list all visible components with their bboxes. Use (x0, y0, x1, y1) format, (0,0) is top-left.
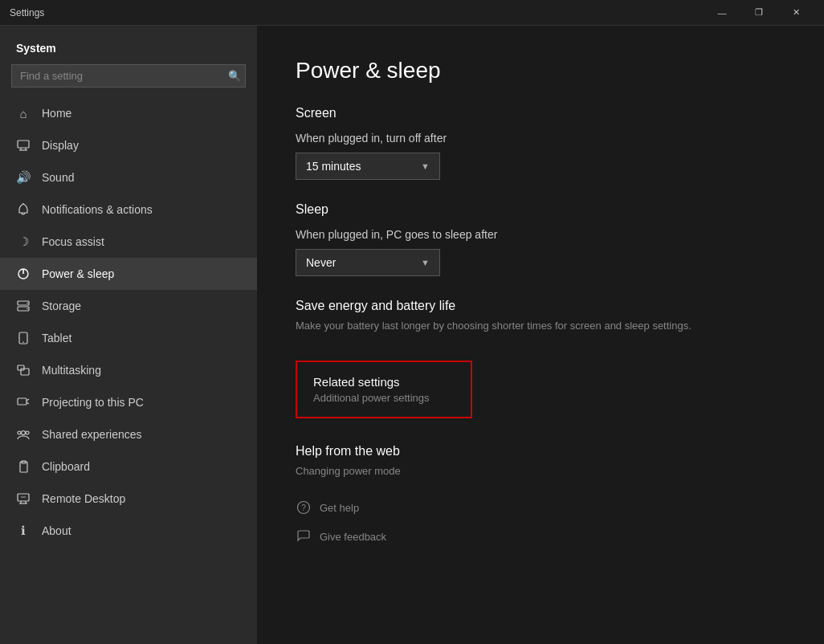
related-settings-box: Related settings Additional power settin… (296, 361, 472, 418)
sidebar-item-label: Tablet (42, 332, 71, 344)
sleep-dropdown[interactable]: Never ▼ (296, 249, 440, 276)
sleep-section-title: Sleep (296, 202, 785, 217)
svg-point-12 (22, 341, 24, 343)
save-energy-desc: Make your battery last longer by choosin… (296, 320, 785, 332)
sidebar-item-projecting[interactable]: Projecting to this PC (0, 386, 257, 418)
multitasking-icon (16, 363, 31, 377)
additional-power-settings-link[interactable]: Additional power settings (313, 392, 455, 404)
save-energy-section: Save energy and battery life Make your b… (296, 299, 785, 332)
svg-rect-23 (18, 494, 29, 501)
sidebar: System 🔍 ⌂ Home Display 🔊 Sound (0, 26, 257, 644)
display-icon (16, 138, 31, 153)
search-box: 🔍 (11, 64, 246, 88)
sidebar-item-clipboard[interactable]: Clipboard (0, 450, 257, 483)
svg-point-19 (18, 431, 21, 434)
related-settings-title: Related settings (313, 375, 455, 389)
sidebar-item-shared[interactable]: Shared experiences (0, 418, 257, 450)
shared-icon (16, 427, 31, 442)
svg-rect-14 (21, 369, 29, 375)
sidebar-item-label: Storage (42, 300, 81, 312)
sidebar-item-remote[interactable]: Remote Desktop (0, 483, 257, 515)
app-container: System 🔍 ⌂ Home Display 🔊 Sound (0, 26, 824, 644)
chevron-down-icon: ▼ (421, 258, 430, 267)
svg-point-18 (22, 431, 26, 435)
sidebar-item-label: Home (42, 107, 71, 120)
sidebar-item-notifications[interactable]: Notifications & actions (0, 194, 257, 226)
get-help-item[interactable]: ? Get help (296, 493, 785, 522)
projecting-icon (16, 395, 31, 410)
minimize-button[interactable]: — (704, 0, 740, 26)
sleep-section: Sleep When plugged in, PC goes to sleep … (296, 202, 785, 276)
search-icon[interactable]: 🔍 (228, 70, 241, 82)
sidebar-item-multitasking[interactable]: Multitasking (0, 354, 257, 386)
sidebar-item-tablet[interactable]: Tablet (0, 322, 257, 354)
get-help-icon: ? (296, 499, 312, 516)
screen-section-title: Screen (296, 106, 785, 120)
svg-rect-15 (18, 398, 27, 405)
sidebar-item-label: Power & sleep (42, 267, 114, 280)
main-content: Power & sleep Screen When plugged in, tu… (257, 26, 824, 644)
focus-icon: ☽ (16, 234, 31, 249)
sidebar-item-about[interactable]: ℹ About (0, 515, 257, 547)
sidebar-item-label: Remote Desktop (42, 492, 125, 505)
close-button[interactable]: ✕ (777, 0, 814, 26)
sidebar-item-label: Sound (42, 171, 74, 184)
svg-point-20 (26, 431, 29, 434)
sidebar-item-focus[interactable]: ☽ Focus assist (0, 226, 257, 258)
window-controls: — ❐ ✕ (704, 0, 814, 26)
screen-dropdown-value: 15 minutes (306, 160, 361, 173)
sidebar-item-label: Focus assist (42, 235, 104, 248)
notifications-icon (16, 202, 31, 217)
tablet-icon (16, 331, 31, 345)
svg-rect-0 (18, 141, 29, 148)
sidebar-item-sound[interactable]: 🔊 Sound (0, 161, 257, 194)
sleep-dropdown-value: Never (306, 256, 336, 269)
remote-icon (16, 491, 31, 506)
help-title: Help from the web (296, 444, 785, 459)
about-icon: ℹ (16, 524, 31, 538)
give-feedback-item[interactable]: Give feedback (296, 522, 785, 551)
get-help-label: Get help (320, 502, 359, 514)
sidebar-item-label: Multitasking (42, 364, 101, 377)
power-icon (16, 267, 31, 281)
help-section: Help from the web Changing power mode (296, 444, 785, 477)
nav-list: ⌂ Home Display 🔊 Sound Notifications & (0, 97, 257, 644)
give-feedback-label: Give feedback (320, 531, 386, 543)
sound-icon: 🔊 (16, 170, 31, 185)
give-feedback-icon (296, 528, 312, 544)
svg-point-10 (27, 308, 28, 310)
sidebar-item-label: About (42, 524, 71, 537)
screen-dropdown[interactable]: 15 minutes ▼ (296, 153, 440, 180)
svg-text:?: ? (301, 503, 306, 512)
save-energy-title: Save energy and battery life (296, 299, 785, 313)
title-bar: Settings — ❐ ✕ (0, 0, 824, 26)
app-title: Settings (10, 7, 704, 18)
sidebar-header: System (0, 26, 257, 64)
sidebar-item-label: Clipboard (42, 460, 90, 473)
help-link[interactable]: Changing power mode (296, 465, 785, 477)
restore-button[interactable]: ❐ (740, 0, 777, 26)
storage-icon (16, 299, 31, 313)
sidebar-item-power[interactable]: Power & sleep (0, 258, 257, 290)
clipboard-icon (16, 459, 31, 474)
sleep-dropdown-label: When plugged in, PC goes to sleep after (296, 228, 785, 241)
sidebar-item-storage[interactable]: Storage (0, 290, 257, 322)
screen-section: Screen When plugged in, turn off after 1… (296, 106, 785, 180)
home-icon: ⌂ (16, 106, 31, 120)
sidebar-item-label: Display (42, 139, 79, 152)
screen-dropdown-label: When plugged in, turn off after (296, 132, 785, 145)
page-title: Power & sleep (296, 58, 785, 84)
chevron-down-icon: ▼ (421, 161, 430, 171)
sidebar-item-label: Projecting to this PC (42, 396, 144, 409)
svg-point-9 (27, 303, 28, 304)
sidebar-item-label: Notifications & actions (42, 203, 153, 216)
sidebar-item-display[interactable]: Display (0, 129, 257, 161)
search-input[interactable] (11, 64, 246, 88)
sidebar-item-home[interactable]: ⌂ Home (0, 97, 257, 129)
sidebar-item-label: Shared experiences (42, 428, 142, 441)
